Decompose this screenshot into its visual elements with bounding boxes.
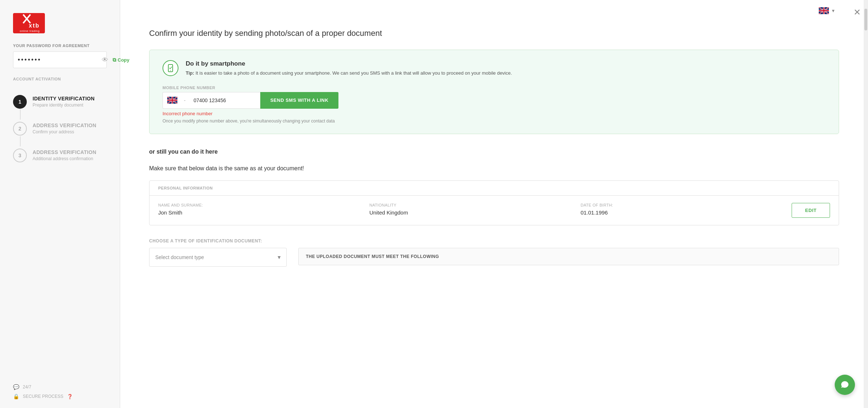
doc-req-title: THE UPLOADED DOCUMENT MUST MEET THE FOLL… (306, 254, 831, 259)
nationality-label: NATIONALITY (369, 203, 580, 207)
personal-info-box: PERSONAL INFORMATION NAME AND SURNAME: J… (149, 180, 839, 225)
phone-input-row: - SEND SMS WITH A LINK (163, 92, 826, 109)
doc-select-wrapper: Select document type Passport National I… (149, 248, 287, 267)
logo-sub: online trading (20, 29, 39, 33)
dob-label: DATE OF BIRTH: (581, 203, 792, 207)
phone-input-field[interactable] (188, 92, 260, 109)
step-title-3: ADDRESS VERIFICATION (33, 149, 96, 155)
chat-icon: 💬 (13, 384, 19, 390)
modal-container: xtb online trading YOUR PASSWORD FOR AGR… (0, 0, 868, 408)
personal-info-header: PERSONAL INFORMATION (149, 181, 839, 196)
phone-change-note: Once you modify phone number above, you'… (163, 118, 826, 124)
smartphone-tip: Tip: It is easier to take a photo of a d… (186, 70, 512, 77)
smartphone-text: Do it by smartphone Tip: It is easier to… (186, 60, 512, 77)
logo-box: xtb online trading (13, 13, 45, 33)
uk-flag (819, 7, 829, 14)
footer-chat-label: 24/7 (23, 384, 31, 390)
phone-separator: - (182, 92, 188, 109)
step-item-2: 2 ADDRESS VERIFICATION Confirm your addr… (13, 115, 107, 142)
tip-text: It is easier to take a photo of a docume… (195, 70, 512, 76)
step-subtitle-3: Additional address confirmation (33, 156, 96, 161)
personal-info-body: NAME AND SURNAME: Jon Smith NATIONALITY … (149, 196, 839, 225)
edit-button[interactable]: EDIT (792, 203, 830, 218)
step-item-3: 3 ADDRESS VERIFICATION Additional addres… (13, 142, 107, 169)
step-circle-3: 3 (13, 149, 27, 162)
copy-icon: ⧉ (113, 57, 116, 63)
phone-flag-select[interactable] (163, 92, 182, 109)
doc-type-label: CHOOSE A TYPE OF IDENTIFICATION DOCUMENT… (149, 238, 839, 243)
phone-label: MOBILE PHONE NUMBER (163, 86, 826, 90)
doc-type-section: CHOOSE A TYPE OF IDENTIFICATION DOCUMENT… (149, 238, 839, 267)
smartphone-icon (163, 60, 178, 76)
phone-error: Incorrect phone number (163, 111, 826, 116)
lock-icon: 🔒 (13, 394, 19, 399)
sidebar-footer: 💬 24/7 🔒 SECURE PROCESS ❓ (0, 375, 120, 408)
make-sure-text: Make sure that below data is the same as… (149, 165, 839, 172)
phone-input-section: MOBILE PHONE NUMBER - (163, 86, 826, 124)
lang-chevron-icon: ▼ (831, 8, 835, 13)
send-sms-button[interactable]: SEND SMS WITH A LINK (260, 92, 339, 109)
footer-item-secure: 🔒 SECURE PROCESS ❓ (13, 394, 107, 399)
footer-item-chat: 💬 24/7 (13, 384, 107, 390)
nationality-value: United Kingdom (369, 209, 580, 216)
nationality-field: NATIONALITY United Kingdom (369, 203, 580, 216)
smartphone-title: Do it by smartphone (186, 60, 512, 67)
password-input-row: 👁 ⧉ Copy (13, 51, 107, 68)
secure-help-icon[interactable]: ❓ (67, 394, 73, 399)
eye-icon[interactable]: 👁 (102, 56, 108, 64)
scrollbar[interactable] (864, 0, 868, 408)
dob-field: DATE OF BIRTH: 01.01.1996 (581, 203, 792, 216)
step-content-1: IDENTITY VERIFICATION Prepare identity d… (33, 95, 94, 108)
doc-type-select[interactable]: Select document type Passport National I… (149, 248, 287, 267)
doc-type-row: Select document type Passport National I… (149, 248, 839, 267)
language-selector[interactable]: ▼ (819, 7, 835, 14)
page-title: Confirm your identity by sending photo/s… (149, 29, 839, 38)
name-label: NAME AND SURNAME: (158, 203, 369, 207)
step-circle-2: 2 (13, 122, 27, 136)
step-content-3: ADDRESS VERIFICATION Additional address … (33, 149, 96, 161)
logo-brand: xtb (29, 22, 40, 29)
step-subtitle-1: Prepare identity document (33, 103, 94, 108)
sidebar-logo: xtb online trading (0, 0, 120, 43)
main-content: ▼ ✕ Confirm your identity by sending pho… (120, 0, 868, 408)
or-section: or still you can do it here (149, 149, 839, 155)
main-header: ▼ ✕ (120, 0, 868, 14)
smartphone-box: Do it by smartphone Tip: It is easier to… (149, 50, 839, 134)
tip-bold: Tip: (186, 70, 194, 76)
smartphone-header: Do it by smartphone Tip: It is easier to… (163, 60, 826, 77)
doc-requirement-box: THE UPLOADED DOCUMENT MUST MEET THE FOLL… (298, 248, 839, 265)
password-input[interactable] (18, 56, 102, 64)
dob-value: 01.01.1996 (581, 209, 792, 216)
step-title-1: IDENTITY VERIFICATION (33, 96, 94, 101)
account-activation-label: ACCOUNT ACTIVATION (0, 77, 120, 88)
step-title-2: ADDRESS VERIFICATION (33, 122, 96, 128)
name-field: NAME AND SURNAME: Jon Smith (158, 203, 369, 216)
main-body: Confirm your identity by sending photo/s… (120, 14, 868, 408)
sidebar: xtb online trading YOUR PASSWORD FOR AGR… (0, 0, 120, 408)
chat-bubble[interactable] (835, 375, 855, 395)
step-list: 1 IDENTITY VERIFICATION Prepare identity… (0, 88, 120, 169)
chat-icon (840, 380, 850, 390)
step-content-2: ADDRESS VERIFICATION Confirm your addres… (33, 122, 96, 134)
password-label: YOUR PASSWORD FOR AGREEMENT (13, 43, 107, 48)
step-circle-1: 1 (13, 95, 27, 109)
name-value: Jon Smith (158, 209, 369, 216)
password-section: YOUR PASSWORD FOR AGREEMENT 👁 ⧉ Copy (0, 43, 120, 77)
or-title: or still you can do it here (149, 149, 839, 155)
step-item-1: 1 IDENTITY VERIFICATION Prepare identity… (13, 88, 107, 115)
footer-secure-label: SECURE PROCESS (23, 394, 63, 399)
step-subtitle-2: Confirm your address (33, 129, 96, 134)
phone-uk-flag (167, 97, 177, 104)
close-button[interactable]: ✕ (854, 7, 861, 17)
svg-point-4 (170, 70, 171, 71)
